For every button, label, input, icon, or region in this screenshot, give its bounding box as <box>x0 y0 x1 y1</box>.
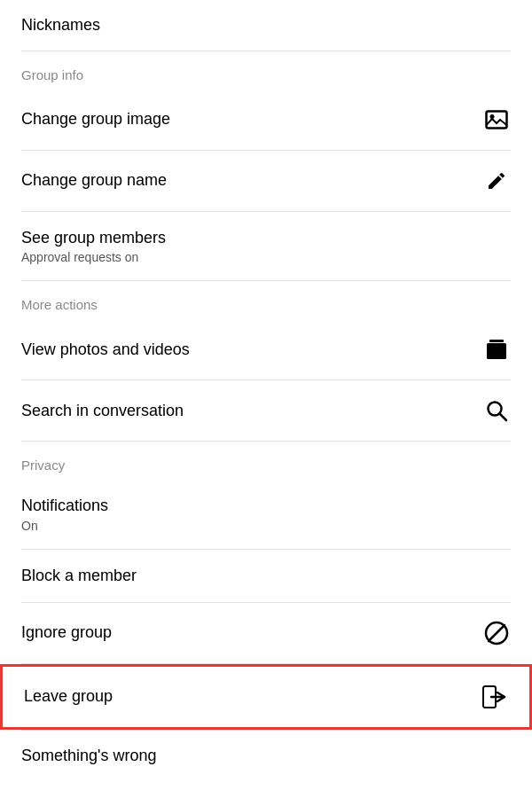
nicknames-label: Nicknames <box>21 16 100 34</box>
notifications-subtitle: On <box>21 519 108 533</box>
approval-requests-subtitle: Approval requests on <box>21 250 166 264</box>
section-header-privacy: Privacy <box>0 442 532 480</box>
search-icon <box>482 396 511 425</box>
change-group-image-content: Change group image <box>21 109 170 129</box>
block-a-member-content: Block a member <box>21 566 137 586</box>
ignore-icon <box>482 619 511 647</box>
ignore-group-item[interactable]: Ignore group <box>0 603 532 663</box>
svg-rect-0 <box>487 112 507 129</box>
leave-group-label: Leave group <box>24 686 113 707</box>
leave-group-icon <box>480 683 508 711</box>
pencil-icon <box>482 167 511 195</box>
notifications-content: Notifications On <box>21 496 108 532</box>
change-group-name-item[interactable]: Change group name <box>0 151 532 211</box>
view-photos-videos-content: View photos and videos <box>21 340 190 360</box>
ignore-group-content: Ignore group <box>21 622 112 643</box>
image-icon <box>482 106 511 134</box>
search-in-conversation-content: Search in conversation <box>21 401 184 421</box>
media-icon <box>482 335 511 364</box>
search-in-conversation-label: Search in conversation <box>21 401 184 421</box>
something-wrong-item[interactable]: Something's wrong <box>0 731 532 781</box>
ignore-group-label: Ignore group <box>21 622 112 643</box>
see-group-members-label: See group members <box>21 228 166 248</box>
svg-rect-3 <box>489 340 504 342</box>
svg-rect-2 <box>487 343 506 359</box>
leave-group-item[interactable]: Leave group <box>0 664 532 730</box>
see-group-members-content: See group members Approval requests on <box>21 228 166 264</box>
svg-line-7 <box>489 625 505 641</box>
change-group-name-label: Change group name <box>21 170 167 191</box>
section-header-more-actions: More actions <box>0 281 532 319</box>
nicknames-item[interactable]: Nicknames <box>0 0 532 51</box>
change-group-name-content: Change group name <box>21 170 167 191</box>
see-group-members-item[interactable]: See group members Approval requests on <box>0 212 532 280</box>
notifications-label: Notifications <box>21 496 108 516</box>
something-wrong-label: Something's wrong <box>21 747 157 764</box>
change-group-image-item[interactable]: Change group image <box>0 90 532 150</box>
notifications-item[interactable]: Notifications On <box>0 480 532 548</box>
view-photos-videos-item[interactable]: View photos and videos <box>0 319 532 379</box>
view-photos-videos-label: View photos and videos <box>21 340 190 360</box>
change-group-image-label: Change group image <box>21 109 170 129</box>
svg-line-5 <box>500 414 507 421</box>
block-a-member-label: Block a member <box>21 566 137 586</box>
menu-list: Nicknames Group info Change group image … <box>0 0 532 781</box>
search-in-conversation-item[interactable]: Search in conversation <box>0 380 532 441</box>
block-a-member-item[interactable]: Block a member <box>0 550 532 602</box>
section-header-group-info: Group info <box>0 51 532 90</box>
